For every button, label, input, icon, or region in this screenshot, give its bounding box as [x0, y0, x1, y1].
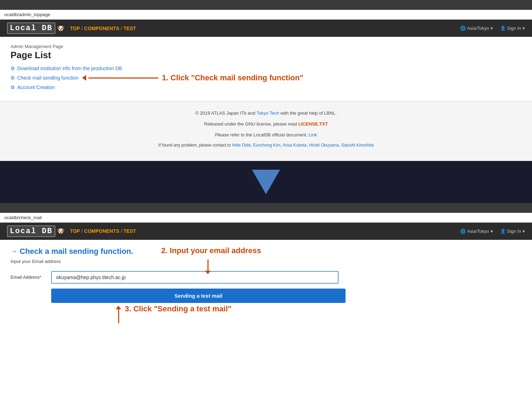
signin-button[interactable]: 👤 Sign In ▾: [500, 26, 525, 31]
contact-hiroki[interactable]: Hiroki Okuyama: [309, 143, 339, 148]
browser-chrome-top: [0, 0, 532, 10]
signin-label-2: Sign In: [507, 229, 521, 234]
nav-test-link-2[interactable]: TEST: [123, 228, 136, 234]
email-input[interactable]: [51, 271, 339, 284]
nav-sep-2: /: [121, 26, 122, 31]
link-download-label: Download institution info from the produ…: [17, 66, 122, 71]
timezone-selector[interactable]: 🌐 Asia/Tokyo ▾: [460, 26, 493, 31]
signin-button-2[interactable]: 👤 Sign In ▾: [500, 229, 525, 234]
check-mail-title-text: Check a mail sending function.: [20, 247, 133, 256]
arrow-shaft: [88, 77, 158, 79]
timezone-label-2: Asia/Tokyo: [467, 229, 489, 234]
globe-icon: 🌐: [460, 26, 466, 31]
user-icon: 👤: [500, 26, 506, 31]
gear-icon-2: ⚙: [11, 75, 15, 81]
navbar-right-2: 🌐 Asia/Tokyo ▾ 👤 Sign In ▾: [460, 229, 525, 234]
nav-links: TOP / COMPONENTS / TEST: [70, 26, 136, 31]
check-mail-title: → Check a mail sending function.: [11, 247, 521, 256]
nav-top-link[interactable]: TOP: [70, 26, 80, 31]
user-icon-2: 👤: [500, 229, 506, 234]
navbar-left: Local DB 🐶 TOP / COMPONENTS / TEST: [7, 22, 136, 34]
address-bar-bottom[interactable]: ocaldb/check_mail: [0, 213, 532, 223]
input-instruction-label: Input your Email address: [11, 259, 61, 264]
doc-link[interactable]: Link: [309, 132, 317, 137]
link-account-creation-label: Account Creation: [17, 85, 55, 90]
navbar-bottom: Local DB 🐶 TOP / COMPONENTS / TEST 🌐 Asi…: [0, 223, 532, 240]
signin-chevron-icon-2: ▾: [523, 229, 525, 234]
annotation-3-shaft: [118, 309, 119, 323]
link-check-mail-label: Check mail sending function: [17, 75, 79, 81]
nav-sep-3: /: [81, 228, 83, 234]
footer-line-2: Released under the GNU license, please r…: [7, 121, 525, 128]
logo-text: Local DB: [7, 22, 55, 34]
required-star: *: [40, 275, 41, 280]
url-text-bottom: ocaldb/check_mail: [4, 215, 42, 220]
page-title: Page List: [11, 50, 521, 61]
contact-arisa[interactable]: Arisa Kubota: [282, 143, 307, 148]
timezone-selector-2[interactable]: 🌐 Asia/Tokyo ▾: [460, 229, 493, 234]
email-label-text: Email Address: [11, 275, 40, 280]
page-links-list: ⚙ Download institution info from the pro…: [11, 66, 521, 90]
send-test-mail-button[interactable]: Sending a test mail: [51, 289, 346, 303]
nav-components-link-2[interactable]: COMPONENTS: [84, 228, 119, 234]
license-link[interactable]: LICENSE.TXT: [298, 121, 328, 127]
check-mail-panel: → Check a mail sending function. Input y…: [0, 240, 532, 334]
timezone-chevron-icon: ▾: [491, 26, 493, 31]
navbar-top: Local DB 🐶 TOP / COMPONENTS / TEST 🌐 Asi…: [0, 20, 532, 37]
email-label: Email Address*: [11, 275, 46, 280]
link-check-mail[interactable]: ⚙ Check mail sending function: [11, 75, 79, 81]
annotation-2-text: 2. Input your email address: [161, 246, 261, 255]
nav-test-link[interactable]: TEST: [123, 26, 136, 31]
annotation-1-text: 1. Click "Check mail sending function": [162, 73, 303, 82]
annotation-3-text: 3. Click "Sending a test mail": [125, 304, 232, 313]
nav-links-2: TOP / COMPONENTS / TEST: [70, 228, 136, 234]
browser-chrome-bottom: [0, 203, 532, 213]
link-download[interactable]: ⚙ Download institution info from the pro…: [11, 66, 521, 71]
contact-satoshi[interactable]: Satoshi Kinoshita: [341, 143, 374, 148]
footer-line-1: © 2019 ATLAS Japan ITk and Tokyo Tech wi…: [7, 110, 525, 117]
annotation-3-arrow: [116, 306, 121, 323]
navbar-left-2: Local DB 🐶 TOP / COMPONENTS / TEST: [7, 225, 136, 237]
logo-dog-icon-2: 🐶: [57, 227, 64, 235]
gear-icon-1: ⚙: [11, 66, 15, 71]
timezone-label: Asia/Tokyo: [467, 26, 489, 31]
contact-eunchong[interactable]: Eunchong Kim: [253, 143, 280, 148]
annotation-3: 3. Click "Sending a test mail": [116, 304, 521, 323]
nav-sep-4: /: [121, 228, 122, 234]
arrow-right-icon: →: [11, 247, 18, 255]
footer: © 2019 ATLAS Japan ITk and Tokyo Tech wi…: [0, 101, 532, 161]
signin-label: Sign In: [507, 26, 521, 31]
footer-line-3: Please refer to the LocalDB official doc…: [7, 131, 525, 139]
signin-chevron-icon: ▾: [523, 26, 525, 31]
arrow-head-icon: [82, 75, 86, 81]
main-panel-top: Admin Management Page Page List ⚙ Downlo…: [0, 37, 532, 101]
tokyo-tech-link[interactable]: Tokyo Tech: [257, 110, 279, 116]
contact-hide[interactable]: Hide Oide: [232, 143, 251, 148]
nav-top-link-2[interactable]: TOP: [70, 228, 80, 234]
footer-line-4: If found any problem, please contact to …: [7, 142, 525, 149]
annotation-2-arrow: [205, 259, 211, 274]
logo-2[interactable]: Local DB 🐶: [7, 225, 64, 237]
navbar-right: 🌐 Asia/Tokyo ▾ 👤 Sign In ▾: [460, 26, 525, 31]
email-form-row: Email Address*: [11, 271, 521, 284]
globe-icon-2: 🌐: [460, 229, 466, 234]
admin-label: Admin Management Page: [11, 44, 521, 49]
nav-components-link[interactable]: COMPONENTS: [84, 26, 119, 31]
down-arrow-icon: [252, 170, 280, 194]
annotation-row: ⚙ Check mail sending function 1. Click "…: [11, 73, 521, 82]
logo[interactable]: Local DB 🐶: [7, 22, 64, 34]
link-account-creation[interactable]: ⚙ Account Creation: [11, 85, 521, 90]
gear-icon-3: ⚙: [11, 85, 15, 90]
panel-divider: [0, 161, 532, 203]
annotation-arrow: [82, 75, 158, 81]
logo-dog-icon: 🐶: [57, 25, 64, 32]
nav-sep-1: /: [81, 26, 83, 31]
timezone-chevron-icon-2: ▾: [491, 229, 493, 234]
annotation-3-arrowhead: [116, 306, 121, 309]
logo-text-2: Local DB: [7, 225, 55, 237]
url-text-top: ocaldb/admin_toppage: [4, 12, 50, 17]
address-bar-top[interactable]: ocaldb/admin_toppage: [0, 10, 532, 20]
